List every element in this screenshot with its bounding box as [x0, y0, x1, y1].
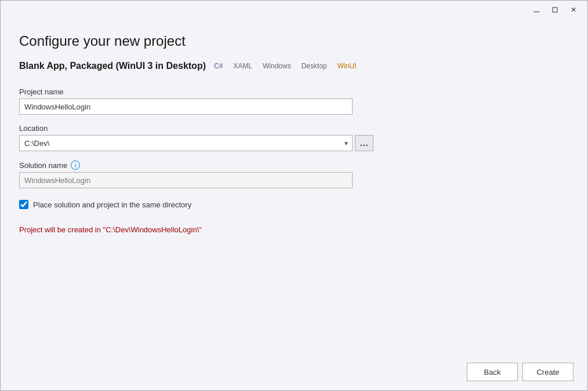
tag-xaml: XAML — [231, 61, 255, 71]
back-button[interactable]: Back — [467, 363, 518, 381]
page-title: Configure your new project — [19, 33, 569, 49]
path-info-text: Project will be created in "C:\Dev\Windo… — [19, 225, 569, 234]
location-select[interactable]: C:\Dev\ — [19, 135, 353, 151]
close-button[interactable]: ✕ — [564, 3, 583, 17]
location-row: C:\Dev\ ▼ ... — [19, 135, 569, 151]
title-bar: ✕ — [1, 1, 587, 19]
tag-winui: WinUI — [335, 61, 359, 71]
solution-name-info-icon[interactable]: i — [71, 160, 80, 170]
location-select-wrapper: C:\Dev\ ▼ — [19, 135, 353, 151]
tag-desktop: Desktop — [299, 61, 329, 71]
tag-csharp: C# — [212, 61, 225, 71]
browse-button[interactable]: ... — [355, 135, 373, 151]
main-window: ✕ Configure your new project Blank App, … — [0, 0, 588, 391]
project-name-group: Project name — [19, 87, 569, 115]
project-name-input[interactable] — [19, 98, 353, 115]
project-name-label: Project name — [19, 87, 569, 96]
same-directory-checkbox[interactable] — [19, 200, 28, 209]
location-label: Location — [19, 124, 569, 133]
solution-name-input[interactable] — [19, 172, 353, 188]
solution-name-group: Solution name i — [19, 160, 569, 188]
solution-name-label: Solution name i — [19, 160, 569, 170]
create-button[interactable]: Create — [522, 363, 574, 381]
svg-rect-0 — [533, 12, 539, 12]
content-area: Configure your new project Blank App, Pa… — [1, 19, 587, 353]
project-type-row: Blank App, Packaged (WinUI 3 in Desktop)… — [19, 61, 569, 71]
same-directory-row: Place solution and project in the same d… — [19, 200, 569, 209]
svg-rect-1 — [553, 8, 557, 12]
form-section: Project name Location C:\Dev\ ▼ ... — [19, 87, 569, 234]
same-directory-label: Place solution and project in the same d… — [33, 200, 191, 209]
title-bar-buttons: ✕ — [527, 3, 583, 17]
tag-windows: Windows — [260, 61, 293, 71]
footer: Back Create — [1, 353, 587, 390]
location-group: Location C:\Dev\ ▼ ... — [19, 124, 569, 151]
maximize-button[interactable] — [546, 3, 564, 17]
project-type-name: Blank App, Packaged (WinUI 3 in Desktop) — [19, 61, 206, 71]
minimize-button[interactable] — [527, 3, 546, 17]
